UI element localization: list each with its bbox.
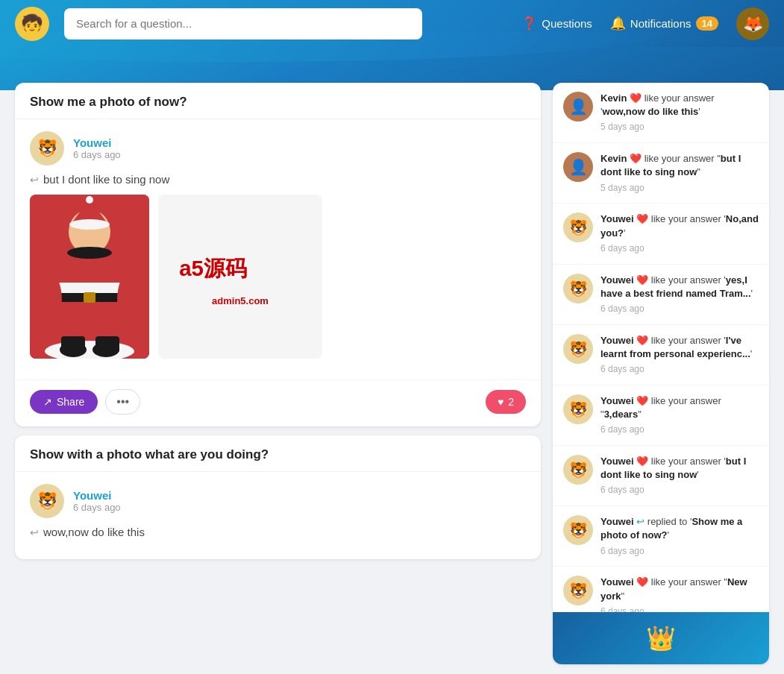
share-button-1[interactable]: ↗ Share [30,390,98,414]
svg-point-9 [86,196,93,204]
answer-image-santa[interactable] [30,195,149,359]
notifications-icon: 🔔 [610,16,626,31]
notif-item-8[interactable]: 🐯 Youwei ❤️ like your answer "New york" … [553,567,769,612]
answer-text-2: ↩ wow,now do like this [30,526,526,538]
answer-username-1[interactable]: Youwei [73,136,121,149]
bottom-banner: 👑 [553,612,769,664]
image-container-1: a5源码 admin5.com [30,195,526,359]
notif-action-7: replied to ' [647,516,692,527]
svg-rect-16 [95,336,119,353]
notif-item-2[interactable]: 🐯 Youwei ❤️ like your answer 'No,and you… [553,204,769,264]
heart-notif-5: ❤️ [636,395,651,406]
answer-text-1: ↩ but I dont like to sing now [30,173,526,186]
notif-time-0: 5 days ago [600,121,759,133]
answer-block-2: 🐯 Youwei 6 days ago ↩ wow,now do like th… [15,472,541,559]
reply-arrow-icon-2: ↩ [30,526,39,538]
answer-time-2: 6 days ago [73,502,121,513]
heart-notif-4: ❤️ [636,335,651,346]
notif-item-7[interactable]: 🐯 Youwei ↩ replied to 'Show me a photo o… [553,506,769,567]
question-card-1: Show me a photo of now? 🐯 Youwei 6 days … [15,83,541,426]
watermark-url: admin5.com [212,295,269,306]
notifications-panel: 👤 Kevin ❤️ like your answer 'wow,now do … [553,83,769,664]
notif-text-2: Youwei ❤️ like your answer 'No,and you?'… [600,212,759,254]
app-header: 🧒 ❓ Questions 🔔 Notifications 14 🦊 [0,0,784,47]
question-card-2: Show with a photo what are you doing? 🐯 … [15,435,541,559]
notif-text-3: Youwei ❤️ like your answer 'yes,I have a… [600,274,759,315]
notif-text-4: Youwei ❤️ like your answer 'I've learnt … [600,334,759,376]
answer-user-row-1: 🐯 Youwei 6 days ago [30,131,526,166]
notif-action-2: like your answer ' [651,213,726,224]
notif-text-0: Kevin ❤️ like your answer 'wow,now do li… [600,92,759,133]
heart-notif-3: ❤️ [636,274,651,286]
answer-avatar-2: 🐯 [30,484,64,518]
notif-text-1: Kevin ❤️ like your answer "but I dont li… [600,152,759,194]
notif-username-7: Youwei [600,516,634,527]
notif-text-8: Youwei ❤️ like your answer "New york" 6 … [600,576,759,612]
notif-username-2: Youwei [600,213,634,224]
notif-action-1: like your answer " [645,153,721,164]
notif-item-5[interactable]: 🐯 Youwei ❤️ like your answer "3,dears" 6… [553,385,769,446]
notif-quote-0: wow,now do like this [602,106,698,117]
notif-username-5: Youwei [600,395,634,406]
share-label-1: Share [57,396,84,408]
notif-quote-5: 3,dears [604,409,639,420]
svg-point-10 [67,247,112,259]
svg-rect-15 [61,336,85,353]
notif-avatar-youwei-4: 🐯 [563,334,593,364]
notifications-nav-item[interactable]: 🔔 Notifications 14 [610,16,718,31]
heart-icon-1: ♥ [498,396,504,408]
questions-nav-item[interactable]: ❓ Questions [521,16,592,31]
heart-notif-6: ❤️ [636,456,651,467]
notif-time-5: 6 days ago [600,423,759,436]
notifications-label: Notifications [630,17,692,30]
feed: Show me a photo of now? 🐯 Youwei 6 days … [15,83,541,664]
notif-text-5: Youwei ❤️ like your answer "3,dears" 6 d… [600,394,759,436]
notif-avatar-youwei-7: 🐯 [563,515,593,545]
user-avatar-header[interactable]: 🦊 [736,7,769,40]
notifications-scroll[interactable]: 👤 Kevin ❤️ like your answer 'wow,now do … [553,83,769,612]
answer-time-1: 6 days ago [73,149,121,160]
notif-item-1[interactable]: 👤 Kevin ❤️ like your answer "but I dont … [553,143,769,204]
notif-time-6: 6 days ago [600,484,759,497]
answer-user-info-2: Youwei 6 days ago [73,489,121,513]
notif-username-4: Youwei [600,335,634,346]
answer-user-row-2: 🐯 Youwei 6 days ago [30,484,526,518]
notif-avatar-youwei-8: 🐯 [563,576,593,605]
watermark-svg: a5源码 [173,248,307,292]
heart-notif-8: ❤️ [636,576,651,588]
question-title-2: Show with a photo what are you doing? [15,435,541,472]
notif-item-3[interactable]: 🐯 Youwei ❤️ like your answer 'yes,I have… [553,265,769,325]
notif-username-0: Kevin [600,92,627,104]
notif-item-0[interactable]: 👤 Kevin ❤️ like your answer 'wow,now do … [553,83,769,143]
notif-username-8: Youwei [600,576,634,588]
notif-time-8: 6 days ago [600,605,759,612]
more-button-1[interactable]: ••• [105,389,140,415]
answer-username-2[interactable]: Youwei [73,489,121,502]
notif-avatar-youwei-5: 🐯 [563,394,593,424]
notif-action-4: like your answer ' [651,335,726,346]
svg-rect-5 [84,292,95,303]
notif-time-3: 6 days ago [600,303,759,315]
search-input[interactable] [64,8,422,40]
share-icon-1: ↗ [43,396,52,408]
like-button-1[interactable]: ♥ 2 [486,390,526,414]
notif-item-4[interactable]: 🐯 Youwei ❤️ like your answer 'I've learn… [553,325,769,385]
card-actions-1: ↗ Share ••• ♥ 2 [15,379,541,426]
notif-text-7: Youwei ↩ replied to 'Show me a photo of … [600,515,759,557]
notif-avatar-kevin-0: 👤 [563,92,593,122]
notif-time-4: 6 days ago [600,363,759,376]
notif-username-1: Kevin [600,153,627,164]
svg-rect-3 [51,283,128,293]
notif-username-6: Youwei [600,456,634,467]
heart-notif-2: ❤️ [636,213,651,224]
reply-notif-icon-7: ↩ [636,516,647,527]
svg-text:a5源码: a5源码 [179,256,247,280]
app-logo[interactable]: 🧒 [15,7,49,41]
santa-image-svg [30,195,149,359]
answer-avatar-1: 🐯 [30,131,64,166]
watermark-placeholder: a5源码 admin5.com [158,195,322,359]
notif-item-6[interactable]: 🐯 Youwei ❤️ like your answer 'but I dont… [553,446,769,506]
notif-time-2: 6 days ago [600,242,759,255]
questions-label: Questions [542,17,592,30]
questions-icon: ❓ [521,16,537,31]
